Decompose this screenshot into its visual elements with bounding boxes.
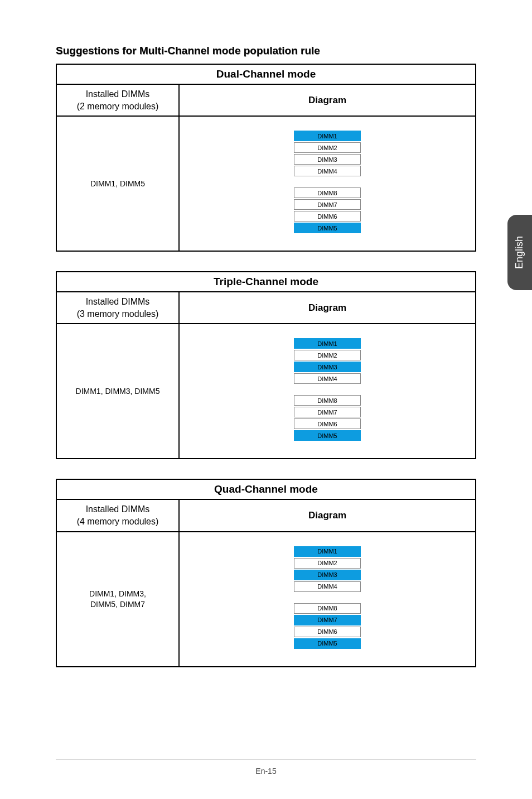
dimm-slot: DIMM8 [294,395,361,406]
page-number: En-15 [0,767,532,776]
table-header-row: Installed DIMMs (2 memory modules) Diagr… [57,85,475,117]
section-title: Suggestions for Multi-Channel mode popul… [56,45,476,57]
dimm-slot-group: DIMM1 DIMM2 DIMM3 DIMM4 DIMM8 DIMM7 DIMM… [294,130,361,234]
table-header-row: Installed DIMMs (3 memory modules) Diagr… [57,292,475,324]
header-left-line1: Installed DIMMs [59,88,176,100]
language-tab: English [507,215,532,290]
mode-title: Dual-Channel mode [57,65,475,85]
language-tab-label: English [514,236,526,269]
dimm-slot: DIMM4 [294,166,361,176]
table-content-row: DIMM1, DIMM3, DIMM5 DIMM1 DIMM2 DIMM3 DI… [57,324,475,458]
table-content-row: DIMM1, DIMM5 DIMM1 DIMM2 DIMM3 DIMM4 DIM… [57,117,475,251]
dimm-slot: DIMM8 [294,187,361,198]
dimm-slot: DIMM3 [294,570,361,580]
header-diagram: Diagram [180,500,475,531]
dimm-slot: DIMM3 [294,154,361,165]
installed-value: DIMM1, DIMM5 [57,117,180,251]
dimm-slot: DIMM3 [294,362,361,372]
header-left-line2: (2 memory modules) [59,100,176,113]
dimm-slot-group: DIMM1 DIMM2 DIMM3 DIMM4 DIMM8 DIMM7 DIMM… [294,546,361,649]
dimm-slot: DIMM8 [294,603,361,614]
dimm-slot: DIMM2 [294,142,361,153]
header-diagram: Diagram [180,85,475,115]
header-left-line2: (4 memory modules) [59,516,176,528]
installed-value: DIMM1, DIMM3, DIMM5, DIMM7 [57,532,180,666]
header-installed-dimms: Installed DIMMs (2 memory modules) [57,85,180,115]
dimm-slot: DIMM5 [294,430,361,441]
header-installed-dimms: Installed DIMMs (3 memory modules) [57,292,180,323]
header-left-line2: (3 memory modules) [59,308,176,320]
table-header-row: Installed DIMMs (4 memory modules) Diagr… [57,500,475,532]
quad-channel-table: Quad-Channel mode Installed DIMMs (4 mem… [56,479,476,667]
dual-channel-table: Dual-Channel mode Installed DIMMs (2 mem… [56,64,476,252]
mode-title: Quad-Channel mode [57,480,475,500]
header-left-line1: Installed DIMMs [59,296,176,308]
dimm-slot-group: DIMM1 DIMM2 DIMM3 DIMM4 DIMM8 DIMM7 DIMM… [294,338,361,441]
mode-title: Triple-Channel mode [57,272,475,292]
header-installed-dimms: Installed DIMMs (4 memory modules) [57,500,180,531]
dimm-slot: DIMM6 [294,211,361,222]
dimm-slot: DIMM1 [294,338,361,349]
table-content-row: DIMM1, DIMM3, DIMM5, DIMM7 DIMM1 DIMM2 D… [57,532,475,666]
installed-line1: DIMM1, DIMM3, [89,589,146,599]
dimm-slot: DIMM7 [294,615,361,625]
diagram-cell: DIMM1 DIMM2 DIMM3 DIMM4 DIMM8 DIMM7 DIMM… [180,324,475,458]
triple-channel-table: Triple-Channel mode Installed DIMMs (3 m… [56,271,476,459]
installed-value: DIMM1, DIMM3, DIMM5 [57,324,180,458]
dimm-slot: DIMM2 [294,350,361,360]
header-diagram: Diagram [180,292,475,323]
dimm-slot: DIMM5 [294,223,361,233]
dimm-slot: DIMM4 [294,373,361,384]
dimm-slot: DIMM4 [294,581,361,592]
dimm-slot: DIMM6 [294,418,361,429]
footer-divider [56,759,476,760]
dimm-slot: DIMM2 [294,558,361,569]
dimm-slot: DIMM6 [294,627,361,637]
dimm-slot: DIMM1 [294,546,361,557]
installed-line2: DIMM5, DIMM7 [90,599,145,609]
diagram-cell: DIMM1 DIMM2 DIMM3 DIMM4 DIMM8 DIMM7 DIMM… [180,532,475,666]
dimm-slot: DIMM5 [294,638,361,649]
dimm-slot: DIMM7 [294,199,361,210]
dimm-slot: DIMM7 [294,407,361,417]
diagram-cell: DIMM1 DIMM2 DIMM3 DIMM4 DIMM8 DIMM7 DIMM… [180,117,475,251]
header-left-line1: Installed DIMMs [59,503,176,516]
dimm-slot: DIMM1 [294,131,361,141]
